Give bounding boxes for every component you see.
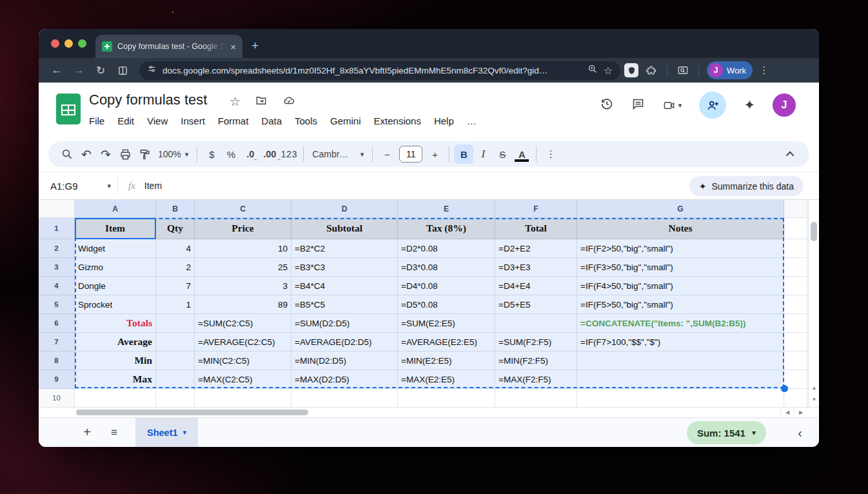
cell-C5[interactable]: 89 [195, 295, 291, 314]
forward-icon[interactable]: → [70, 64, 88, 77]
summarize-data-button[interactable]: ✦ Summarize this data [689, 176, 804, 196]
cell-B4[interactable]: 7 [156, 277, 195, 295]
extension-shield-icon[interactable] [624, 63, 638, 77]
cell-D5[interactable]: =B5*C5 [291, 295, 398, 314]
close-window-button[interactable] [51, 39, 59, 48]
cell-C1[interactable]: Price [195, 218, 291, 239]
cell-extra-9[interactable] [784, 370, 807, 389]
cell-C7[interactable]: =AVERAGE(C2:C5) [195, 333, 291, 351]
row-header-7[interactable]: 7 [39, 333, 75, 351]
cell-D2[interactable]: =B2*C2 [291, 239, 398, 258]
row-header-6[interactable]: 6 [39, 314, 75, 333]
cell-A5[interactable]: Sprocket [75, 295, 156, 314]
menu-help[interactable]: Help [428, 112, 460, 130]
cell-extra-5[interactable] [784, 295, 807, 314]
formula-input[interactable]: Item [144, 181, 162, 191]
col-header-extra[interactable] [784, 200, 807, 218]
scroll-up-button[interactable]: ▲ [809, 383, 819, 393]
side-panel-icon[interactable] [113, 65, 132, 76]
zoom-page-icon[interactable] [587, 64, 598, 77]
undo-icon[interactable]: ↶ [77, 144, 96, 164]
cell-C2[interactable]: 10 [195, 239, 291, 258]
cell-F10[interactable] [495, 389, 577, 407]
cell-C10[interactable] [195, 389, 291, 407]
row-header-10[interactable]: 10 [39, 389, 75, 407]
more-formats-button[interactable]: 123 [279, 144, 299, 164]
cell-B9[interactable] [156, 370, 195, 389]
cell-F1[interactable]: Total [495, 218, 577, 239]
paint-format-icon[interactable] [135, 144, 154, 164]
cell-D1[interactable]: Subtotal [291, 218, 398, 239]
cell-E1[interactable]: Tax (8%) [398, 218, 495, 239]
cell-E5[interactable]: =D5*0.08 [398, 295, 495, 314]
version-history-icon[interactable] [600, 97, 614, 114]
menu-format[interactable]: Format [212, 112, 255, 130]
cell-C3[interactable]: 25 [195, 258, 291, 277]
new-tab-button[interactable]: + [252, 39, 259, 53]
row-header-4[interactable]: 4 [39, 277, 75, 295]
cell-B7[interactable] [156, 333, 195, 351]
horizontal-scrollbar[interactable]: ◀ ▶ [39, 407, 819, 417]
cell-B8[interactable] [156, 351, 195, 370]
col-header-A[interactable]: A [75, 200, 156, 218]
cell-G6[interactable]: =CONCATENATE("Items: ",SUM(B2:B5)) [577, 314, 784, 333]
format-percent-button[interactable]: % [221, 144, 241, 164]
cell-G5[interactable]: =IF(F5>50,"big","small") [577, 295, 784, 314]
add-sheet-button[interactable]: + [76, 425, 98, 440]
cell-extra-1[interactable] [784, 218, 807, 239]
cell-A9[interactable]: Max [75, 370, 156, 389]
cell-E8[interactable]: =MIN(E2:E5) [398, 351, 495, 370]
row-header-2[interactable]: 2 [39, 239, 75, 258]
decrease-font-size-button[interactable]: − [377, 144, 397, 164]
cell-G3[interactable]: =IF(F3>50,"big","small") [577, 258, 784, 277]
user-avatar[interactable]: J [773, 94, 796, 117]
cell-B1[interactable]: Qty [156, 218, 195, 239]
sheets-logo-icon[interactable] [56, 94, 81, 124]
comments-icon[interactable] [631, 97, 645, 114]
cell-D6[interactable]: =SUM(D2:D5) [291, 314, 398, 333]
tab-close-icon[interactable]: × [230, 42, 236, 52]
cell-F6[interactable] [495, 314, 577, 333]
decrease-decimal-button[interactable]: .0← [241, 144, 260, 164]
menu-file[interactable]: File [83, 112, 111, 130]
meet-button[interactable]: ▾ [662, 99, 682, 112]
cell-extra-8[interactable] [784, 351, 807, 370]
cell-A2[interactable]: Widget [75, 239, 156, 258]
row-header-3[interactable]: 3 [39, 258, 75, 277]
browser-tab[interactable]: Copy formulas test - Google S × [95, 35, 242, 58]
extensions-puzzle-icon[interactable] [642, 64, 660, 76]
col-header-C[interactable]: C [195, 200, 291, 218]
cell-extra-4[interactable] [784, 277, 807, 295]
expand-panel-icon[interactable]: ‹ [798, 426, 802, 440]
sheet-tab-sheet1[interactable]: Sheet1 ▾ [135, 418, 198, 447]
cell-A6[interactable]: Totals [75, 314, 156, 333]
site-settings-icon[interactable] [147, 64, 157, 77]
row-header-5[interactable]: 5 [39, 295, 75, 314]
cell-G8[interactable] [577, 351, 784, 370]
strikethrough-button[interactable]: S [493, 144, 512, 164]
cell-F5[interactable]: =D5+E5 [495, 295, 577, 314]
cell-D10[interactable] [291, 389, 398, 407]
col-header-B[interactable]: B [156, 200, 195, 218]
cell-A8[interactable]: Min [75, 351, 156, 370]
print-icon[interactable] [115, 144, 135, 164]
back-icon[interactable]: ← [48, 64, 66, 77]
scroll-left-button[interactable]: ◀ [780, 408, 794, 417]
col-header-D[interactable]: D [291, 200, 398, 218]
menu-insert[interactable]: Insert [174, 112, 212, 130]
scroll-down-button[interactable]: ▼ [809, 395, 819, 404]
format-currency-button[interactable]: $ [202, 144, 221, 164]
bold-button[interactable]: B [454, 144, 473, 164]
cell-C9[interactable]: =MAX(C2:C5) [195, 370, 291, 389]
cell-extra-2[interactable] [784, 239, 807, 258]
cell-E3[interactable]: =D3*0.08 [398, 258, 495, 277]
cell-E6[interactable]: =SUM(E2:E5) [398, 314, 495, 333]
cell-A4[interactable]: Dongle [75, 277, 156, 295]
minimize-window-button[interactable] [64, 39, 73, 48]
gemini-icon[interactable]: ✦ [744, 97, 755, 113]
cell-F2[interactable]: =D2+E2 [495, 239, 577, 258]
redo-icon[interactable]: ↷ [96, 144, 115, 164]
search-menus-icon[interactable] [57, 144, 77, 164]
cell-D8[interactable]: =MIN(D2:D5) [291, 351, 398, 370]
cell-F4[interactable]: =D4+E4 [495, 277, 577, 295]
